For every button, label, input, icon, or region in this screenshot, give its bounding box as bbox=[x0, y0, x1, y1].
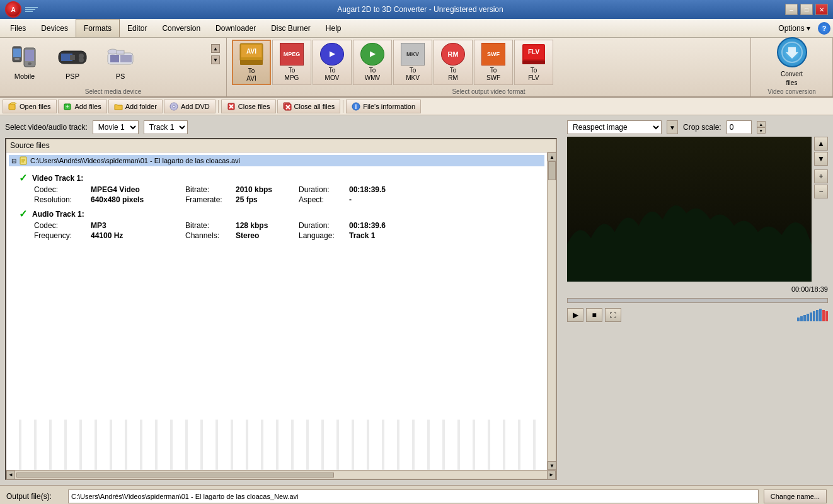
menu-conversion[interactable]: Conversion bbox=[154, 19, 208, 37]
open-files-button[interactable]: Open files bbox=[3, 100, 57, 113]
format-rm-line2: RM bbox=[448, 74, 458, 82]
crop-scale-label: Crop scale: bbox=[683, 123, 721, 132]
svg-rect-1 bbox=[13, 49, 21, 57]
device-ps[interactable]: PS bbox=[98, 42, 142, 83]
vol-bar-6 bbox=[813, 311, 815, 321]
format-mpg-line1: To bbox=[285, 67, 299, 74]
scroll-down-button[interactable]: ▼ bbox=[548, 461, 556, 470]
menu-files[interactable]: Files bbox=[3, 19, 33, 37]
main-area: Select video/audio track: Movie 1 Track … bbox=[0, 115, 833, 485]
format-avi[interactable]: AVI To AVI bbox=[232, 40, 271, 85]
menu-editor[interactable]: Editor bbox=[120, 19, 154, 37]
svg-rect-15 bbox=[117, 50, 124, 54]
track-selector: Select video/audio track: Movie 1 Track … bbox=[5, 120, 557, 134]
file-entry[interactable]: ⊟ C:\Users\Andrés\Videos\spiderman\01 - … bbox=[9, 155, 544, 166]
scroll-right-button[interactable]: ► bbox=[547, 471, 556, 479]
format-mpg[interactable]: MPEG To MPG bbox=[272, 40, 311, 85]
format-mkv-line2: MKV bbox=[406, 74, 420, 82]
scroll-up-button[interactable]: ▲ bbox=[548, 152, 556, 161]
crop-decrement-button[interactable]: ▼ bbox=[757, 127, 766, 134]
vt-resolution-value: 640x480 pixels bbox=[91, 195, 185, 204]
close-all-files-label: Close all files bbox=[294, 103, 335, 110]
convert-files-button[interactable]: Convert files bbox=[772, 32, 812, 93]
at-language-value: Track 1 bbox=[349, 231, 534, 240]
close-all-files-button[interactable]: Close all files bbox=[277, 100, 341, 113]
image-mode-select[interactable]: Reaspect image Stretch image Crop image bbox=[567, 120, 662, 134]
video-info-bar: 00:00/18:39 bbox=[567, 284, 828, 294]
video-track-title: Video Track 1: bbox=[32, 174, 83, 183]
menu-disc-burner[interactable]: Disc Burner bbox=[263, 19, 318, 37]
change-name-button[interactable]: Change name... bbox=[764, 490, 827, 503]
devices-section-label: Select media device bbox=[0, 88, 226, 95]
menu-bar: Files Devices Formats Editor Conversion … bbox=[0, 19, 833, 38]
source-files-content-area: ⊟ C:\Users\Andrés\Videos\spiderman\01 - … bbox=[6, 152, 556, 470]
format-rm-line1: To bbox=[448, 67, 458, 74]
format-mkv[interactable]: MKV To MKV bbox=[393, 40, 432, 85]
format-wmv[interactable]: ▶ To WMV bbox=[353, 40, 392, 85]
format-flv-line2: FLV bbox=[528, 74, 539, 82]
format-flv-line1: To bbox=[528, 67, 539, 74]
menu-help[interactable]: Help bbox=[318, 19, 349, 37]
collapse-icon[interactable]: ⊟ bbox=[11, 158, 16, 164]
device-mobile[interactable]: Mobile bbox=[3, 42, 47, 83]
device-psp[interactable]: PSP bbox=[50, 42, 95, 83]
close-button[interactable]: ✕ bbox=[815, 4, 828, 15]
menu-downloader[interactable]: Downloader bbox=[208, 19, 263, 37]
close-files-button[interactable]: Close files bbox=[221, 100, 276, 113]
video-controls: ▶ ■ ⛶ bbox=[567, 307, 828, 323]
h-scroll-thumb[interactable] bbox=[16, 472, 334, 478]
add-files-button[interactable]: + Add files bbox=[58, 100, 107, 113]
stop-button[interactable]: ■ bbox=[586, 308, 602, 322]
add-folder-button[interactable]: Add folder bbox=[108, 100, 163, 113]
scroll-left-button[interactable]: ◄ bbox=[6, 471, 15, 479]
move-down-button[interactable]: ▼ bbox=[814, 152, 828, 166]
format-mov[interactable]: ▶ To MOV bbox=[313, 40, 352, 85]
crop-increment-button[interactable]: ▲ bbox=[757, 121, 766, 127]
movie-select[interactable]: Movie 1 bbox=[93, 120, 139, 134]
output-row: Output file(s): C:\Users\Andrés\Videos\s… bbox=[6, 490, 827, 503]
add-dvd-button[interactable]: Add DVD bbox=[164, 100, 215, 113]
h-scroll-track[interactable] bbox=[16, 472, 546, 478]
track-select[interactable]: Track 1 bbox=[144, 120, 188, 134]
fullscreen-button[interactable]: ⛶ bbox=[605, 308, 621, 322]
help-icon[interactable]: ? bbox=[818, 22, 830, 35]
image-controls: Reaspect image Stretch image Crop image … bbox=[567, 120, 828, 134]
image-mode-dropdown[interactable]: ▼ bbox=[667, 120, 678, 134]
files-information-button[interactable]: i File's information bbox=[346, 100, 421, 113]
maximize-button[interactable]: □ bbox=[800, 4, 813, 15]
scroll-track[interactable] bbox=[548, 161, 556, 461]
video-conversion-label: Video conversion bbox=[751, 88, 832, 95]
play-button[interactable]: ▶ bbox=[567, 308, 583, 322]
video-track-check: ✓ bbox=[19, 172, 27, 184]
format-flv[interactable]: FLV To FLV bbox=[514, 40, 553, 85]
audio-track-row: ✓ Audio Track 1: bbox=[19, 208, 534, 220]
at-bitrate-label: Bitrate: bbox=[185, 221, 236, 230]
format-rm[interactable]: RM To RM bbox=[434, 40, 473, 85]
menu-devices[interactable]: Devices bbox=[33, 19, 76, 37]
audio-track-details: Codec: MP3 Bitrate: 128 kbps Duration: 0… bbox=[34, 221, 534, 240]
move-up-button[interactable]: ▲ bbox=[814, 137, 828, 151]
devices-scroll-down[interactable]: ▼ bbox=[211, 55, 220, 64]
convert-label-2: files bbox=[781, 79, 803, 88]
action-separator-1 bbox=[218, 100, 219, 113]
menu-formats[interactable]: Formats bbox=[76, 19, 120, 37]
format-mov-line2: MOV bbox=[325, 74, 340, 82]
minimize-button[interactable]: – bbox=[785, 4, 798, 15]
vol-bar-9 bbox=[822, 310, 825, 321]
crop-scale-input[interactable]: 0 bbox=[727, 120, 752, 134]
zoom-in-button[interactable]: + bbox=[814, 169, 828, 183]
at-frequency-label: Frequency: bbox=[34, 231, 91, 240]
format-swf[interactable]: SWF To SWF bbox=[474, 40, 513, 85]
video-track-row: ✓ Video Track 1: bbox=[19, 172, 534, 184]
vt-duration-label: Duration: bbox=[299, 185, 349, 194]
video-conversion-section: Convert files Video conversion bbox=[751, 38, 833, 96]
preview-area: FLV KING ▲ ▼ + − bbox=[567, 137, 828, 282]
progress-bar[interactable] bbox=[567, 298, 828, 303]
zoom-out-button[interactable]: − bbox=[814, 185, 828, 198]
formats-section: AVI To AVI MPEG To MPG ▶ bbox=[227, 38, 751, 96]
filmstrip-watermark bbox=[6, 420, 547, 470]
add-folder-label: Add folder bbox=[125, 103, 157, 110]
scroll-thumb[interactable] bbox=[548, 161, 556, 180]
at-codec-value: MP3 bbox=[91, 221, 185, 230]
devices-scroll-up[interactable]: ▲ bbox=[211, 44, 220, 53]
